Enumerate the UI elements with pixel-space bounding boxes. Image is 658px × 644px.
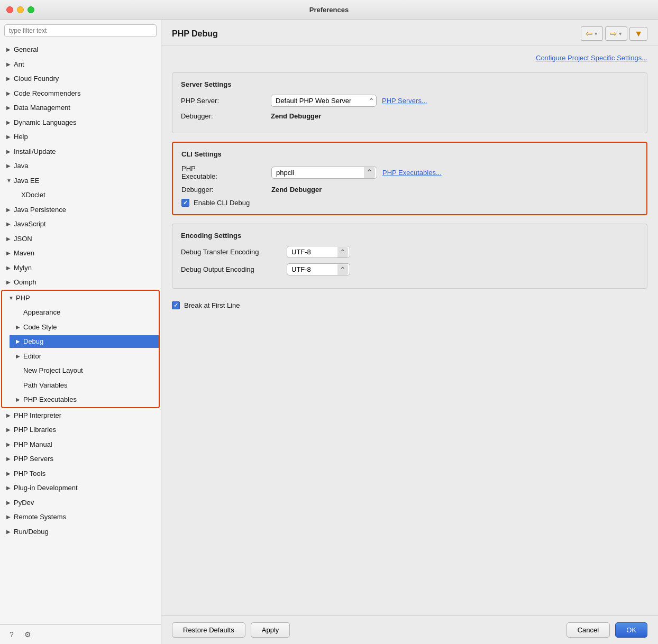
help-icon[interactable]: ? [6,629,17,640]
sidebar-item-code-style[interactable]: Code Style [10,320,159,335]
content-body: Configure Project Specific Settings... S… [161,45,658,615]
sidebar-item-label-php-libraries: PHP Libraries [14,425,56,435]
tree-arrow-ant [6,60,14,68]
sidebar-item-java-ee[interactable]: Java EE [0,173,161,188]
tree-arrow-java [6,162,14,170]
sidebar-item-label-debug: Debug [23,336,43,347]
sidebar-item-json[interactable]: JSON [0,232,161,246]
php-servers-link[interactable]: PHP Servers... [382,97,427,105]
debug-transfer-select[interactable]: UTF-8 [287,246,350,258]
minimize-button[interactable] [17,6,24,13]
debug-transfer-select-wrapper: UTF-8 ⌃ [287,246,350,258]
back-arrow-dropdown-icon: ▼ [593,31,598,36]
forward-arrow-icon: ⇨ [610,29,617,39]
sidebar-item-remote-systems[interactable]: Remote Systems [0,510,161,525]
sidebar-item-php-manual[interactable]: PHP Manual [0,437,161,452]
maximize-button[interactable] [28,6,34,13]
encoding-settings-panel: Encoding Settings Debug Transfer Encodin… [172,224,647,289]
sidebar-item-label-pydev: PyDev [14,498,34,508]
menu-button[interactable]: ▼ [629,27,647,41]
apply-button[interactable]: Apply [251,622,290,638]
php-server-row: PHP Server: Default PHP Web Server ⌃ PHP… [181,95,638,107]
sidebar-item-label-code-style: Code Style [23,322,57,333]
sidebar-item-oomph[interactable]: Oomph [0,275,161,290]
sidebar-item-plug-in-development[interactable]: Plug-in Development [0,481,161,495]
tree-arrow-install-update [6,148,14,155]
cli-debugger-value: Zend Debugger [271,186,322,194]
php-server-select[interactable]: Default PHP Web Server [271,95,377,107]
forward-button[interactable]: ⇨ ▼ [605,26,627,41]
ok-button[interactable]: OK [615,622,647,638]
cancel-button[interactable]: Cancel [566,622,610,638]
enable-cli-debug-label: Enable CLI Debug [194,199,250,207]
content-footer: Restore Defaults Apply Cancel OK [161,615,658,644]
sidebar-item-java-persistence[interactable]: Java Persistence [0,203,161,217]
tree-arrow-php-executables [16,395,23,403]
sidebar-item-label-cloud-foundry: Cloud Foundry [14,73,59,84]
sidebar-item-label-remote-systems: Remote Systems [14,512,66,522]
tree-arrow-php [8,294,16,302]
sidebar-item-php-tools[interactable]: PHP Tools [0,466,161,481]
tree-arrow-code-recommenders [6,89,14,97]
sidebar-item-maven[interactable]: Maven [0,246,161,261]
sidebar-item-java[interactable]: Java [0,159,161,173]
sidebar-item-run-debug[interactable]: Run/Debug [0,525,161,539]
php-section-box: PHP Appearance Code [1,290,160,408]
restore-defaults-button[interactable]: Restore Defaults [172,622,245,638]
sidebar-item-php[interactable]: PHP [2,291,159,306]
sidebar-item-label-javascript: JavaScript [14,219,46,229]
settings-icon[interactable]: ⚙ [22,629,33,640]
sidebar-item-php-libraries[interactable]: PHP Libraries [0,422,161,437]
close-button[interactable] [6,6,13,13]
sidebar-item-php-executables[interactable]: PHP Executables [10,392,159,407]
configure-project-link[interactable]: Configure Project Specific Settings... [172,54,647,62]
sidebar-item-install-update[interactable]: Install/Update [0,144,161,159]
sidebar-item-pydev[interactable]: PyDev [0,495,161,510]
sidebar-item-php-servers[interactable]: PHP Servers [0,452,161,466]
tree-arrow-dynamic-languages [6,118,14,126]
cli-settings-panel: CLI Settings PHPExecutable: phpcli ⌃ PHP… [172,142,647,215]
sidebar-item-label-editor: Editor [23,351,41,362]
sidebar-item-general[interactable]: General [0,42,161,57]
sidebar-item-debug[interactable]: Debug [10,334,159,349]
sidebar-item-php-interpreter[interactable]: PHP Interpreter [0,408,161,423]
server-settings-panel: Server Settings PHP Server: Default PHP … [172,72,647,133]
forward-arrow-dropdown-icon: ▼ [618,31,623,36]
tree-arrow-pydev [6,499,14,507]
search-input[interactable] [4,24,157,37]
sidebar-item-code-recommenders[interactable]: Code Recommenders [0,86,161,101]
php-executables-link[interactable]: PHP Executables... [382,169,442,177]
debug-transfer-row: Debug Transfer Encoding UTF-8 ⌃ [181,246,638,258]
sidebar-item-javascript[interactable]: JavaScript [0,217,161,232]
server-debugger-row: Debugger: Zend Debugger [181,112,638,120]
tree-arrow-debug [16,337,23,345]
enable-cli-debug-row: Enable CLI Debug [181,199,638,207]
php-executable-controls: phpcli ⌃ PHP Executables... [271,167,638,179]
server-settings-title: Server Settings [181,80,638,88]
sidebar-item-cloud-foundry[interactable]: Cloud Foundry [0,71,161,86]
sidebar-item-editor[interactable]: Editor [10,349,159,364]
main-container: General Ant Cloud Foundry [0,20,658,644]
sidebar-item-label-oomph: Oomph [14,277,36,288]
page-title: PHP Debug [172,29,218,39]
sidebar-item-ant[interactable]: Ant [0,57,161,72]
tree-arrow-php-tools [6,470,14,477]
sidebar-item-dynamic-languages[interactable]: Dynamic Languages [0,115,161,130]
php-executable-select[interactable]: phpcli [271,167,377,179]
debug-output-select[interactable]: UTF-8 [287,263,350,275]
server-debugger-label: Debugger: [181,112,271,120]
sidebar-item-mylyn[interactable]: Mylyn [0,261,161,275]
tree-arrow-java-persistence [6,206,14,214]
break-at-first-line-checkbox[interactable] [172,301,180,309]
back-button[interactable]: ⇦ ▼ [581,26,603,41]
enable-cli-debug-checkbox[interactable] [181,199,189,207]
sidebar-item-new-project-layout[interactable]: New Project Layout [10,363,159,378]
sidebar-item-help[interactable]: Help [0,130,161,144]
sidebar-item-label-java-persistence: Java Persistence [14,205,66,215]
encoding-settings-title: Encoding Settings [181,232,638,240]
sidebar-item-xdoclet[interactable]: XDoclet [7,188,161,203]
php-server-select-wrapper: Default PHP Web Server ⌃ [271,95,377,107]
sidebar-item-path-variables[interactable]: Path Variables [10,378,159,393]
sidebar-item-appearance[interactable]: Appearance [10,305,159,320]
sidebar-item-data-management[interactable]: Data Management [0,100,161,115]
